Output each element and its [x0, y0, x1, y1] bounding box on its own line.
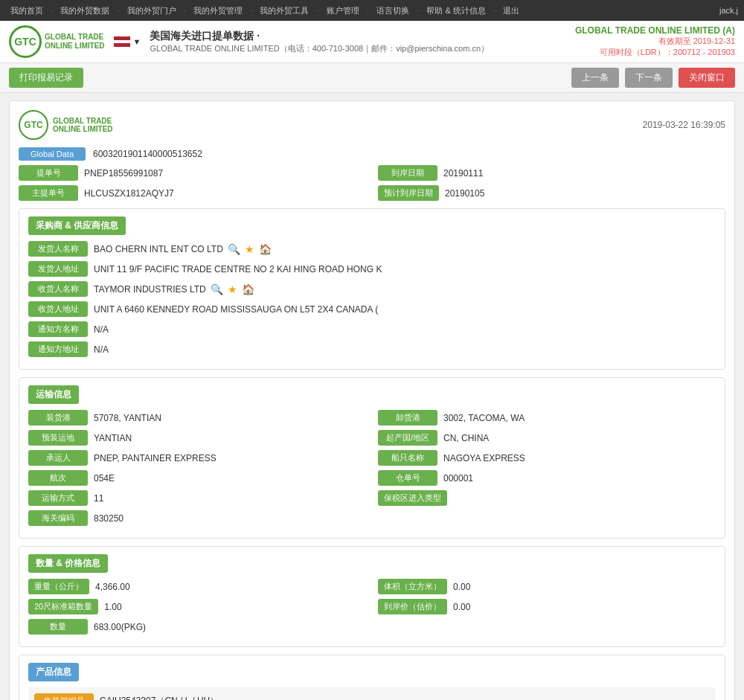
bonded-pair: 保税区进入类型 [378, 490, 716, 506]
nav-manage[interactable]: 我的外贸管理 [189, 5, 247, 16]
origin-label: 起产国/地区 [378, 430, 437, 446]
nav-home[interactable]: 我的首页 [6, 5, 48, 16]
logo-letters: GTC [14, 36, 36, 48]
voyage-pair: 航次 054E [28, 470, 366, 486]
page-title: 美国海关进口提单数据 · [150, 30, 489, 43]
nav-tools[interactable]: 我的外贸工具 [255, 5, 313, 16]
nav-items: 我的首页 · 我的外贸数据 · 我的外贸门户 · 我的外贸管理 · 我的外贸工具… [6, 5, 524, 16]
consignee-addr-row: 收货人地址 UNIT A 6460 KENNEDY ROAD MISSISSAU… [28, 301, 716, 317]
nav-language[interactable]: 语言切换 [372, 5, 414, 16]
origin-value: CN, CHINA [443, 433, 716, 443]
top-toolbar: 打印报易记录 上一条 下一条 关闭窗口 [0, 63, 744, 93]
global-data-value: 60032019011400005​13652 [93, 149, 202, 159]
arrival-date-pair: 到岸日期 20190111 [378, 165, 725, 181]
manifest-pair: 仓单号 000001 [378, 470, 716, 486]
quantity-value: 683.00(PKG) [94, 622, 716, 632]
card-date: 2019-03-22 16:39:05 [643, 120, 725, 130]
manifest-label: 仓单号 [378, 470, 437, 486]
volume-pair: 体积（立方米） 0.00 [378, 579, 716, 594]
consignee-star-icon[interactable]: ★ [228, 283, 237, 295]
container-20-value: 1.00 [104, 602, 366, 612]
nav-logout[interactable]: 退出 [498, 5, 524, 16]
product-section: 产品信息 集装箱编号 CAIU2543307（CN / L / HH） 集装箱尺… [19, 655, 725, 700]
carrier-row: 承运人 PNEP, PANTAINER EXPRESS 船只名称 NAGOYA … [28, 450, 716, 466]
master-bill-pair: 主提单号 HLCUSZX1812AQYJ7 [19, 185, 366, 201]
print-button[interactable]: 打印报易记录 [9, 68, 83, 88]
shipper-star-icon[interactable]: ★ [245, 243, 254, 255]
header-title-block: 美国海关进口提单数据 · GLOBAL TRADE ONLINE LIMITED… [150, 30, 489, 54]
container-row: 20尺标准箱数量 1.00 到岸价（估价） 0.00 [28, 599, 716, 614]
card-logo: GTC GLOBAL TRADEONLINE LIMITED [19, 110, 113, 140]
shipper-search-icon[interactable]: 🔍 [228, 243, 240, 255]
weight-row: 重量（公斤） 4,366.00 体积（立方米） 0.00 [28, 579, 716, 594]
notify-addr-label: 通知方地址 [28, 341, 88, 357]
place-row: 预装运地 YANTIAN 起产国/地区 CN, CHINA [28, 430, 716, 446]
carrier-value: PNEP, PANTAINER EXPRESS [94, 453, 366, 463]
container-no-value: CAIU2543307（CN / L / HH） [100, 695, 710, 700]
consignee-addr-value: UNIT A 6460 KENNEDY ROAD MISSISSAUGA ON … [94, 304, 716, 315]
quantity-row: 数量 683.00(PKG) [28, 619, 716, 635]
load-place-pair: 预装运地 YANTIAN [28, 430, 366, 446]
quantity-price-header: 数量 & 价格信息 [28, 554, 108, 573]
discharge-port-value: 3002, TACOMA, WA [443, 413, 716, 423]
bill-no-label: 提单号 [19, 165, 78, 181]
carrier-label: 承运人 [28, 450, 88, 466]
weight-value: 4,366.00 [95, 582, 366, 592]
transport-mode-value: 11 [94, 493, 366, 504]
header-subtitle: GLOBAL TRADE ONLINE LIMITED（电话：400-710-3… [150, 43, 489, 54]
consignee-search-icon[interactable]: 🔍 [211, 283, 223, 295]
nav-portal[interactable]: 我的外贸门户 [123, 5, 181, 16]
buyer-supplier-section: 采购商 & 供应商信息 发货人名称 BAO CHERN INTL ENT CO … [19, 208, 725, 370]
consignee-home-icon[interactable]: 🏠 [242, 283, 254, 295]
arrival-date-label: 到岸日期 [378, 165, 437, 181]
bonded-label: 保税区进入类型 [378, 490, 447, 506]
nav-user: jack.j [719, 6, 738, 15]
container-20-pair: 20尺标准箱数量 1.00 [28, 599, 366, 614]
shipper-addr-value: UNIT 11 9/F PACIFIC TRADE CENTRE NO 2 KA… [94, 264, 716, 274]
consignee-name-value: TAYMOR INDUSTRIES LTD 🔍 ★ 🏠 [94, 283, 716, 295]
vessel-pair: 船只名称 NAGOYA EXPRESS [378, 450, 716, 466]
estimated-date-pair: 预计到岸日期 20190105 [378, 185, 725, 201]
main-card: GTC GLOBAL TRADEONLINE LIMITED 2019-03-2… [9, 100, 735, 700]
prev-button[interactable]: 上一条 [571, 68, 619, 88]
card-logo-text: GLOBAL TRADEONLINE LIMITED [53, 117, 113, 133]
transport-mode-row: 运输方式 11 保税区进入类型 [28, 490, 716, 506]
price-value: 0.00 [453, 602, 716, 612]
logo-circle: GTC [9, 25, 42, 58]
product-container-block: 集装箱编号 CAIU2543307（CN / L / HH） 集装箱尺寸 200… [28, 687, 716, 700]
volume-label: 体积（立方米） [378, 579, 447, 594]
transport-mode-label: 运输方式 [28, 490, 88, 506]
manifest-value: 000001 [443, 473, 716, 484]
notify-name-label: 通知方名称 [28, 321, 88, 337]
nav-account[interactable]: 账户管理 [322, 5, 364, 16]
voyage-row: 航次 054E 仓单号 000001 [28, 470, 716, 486]
transport-mode-pair: 运输方式 11 [28, 490, 366, 506]
notify-addr-row: 通知方地址 N/A [28, 341, 716, 357]
logo-text: GLOBAL TRADEONLINE LIMITED [45, 33, 105, 51]
consignee-name-row: 收货人名称 TAYMOR INDUSTRIES LTD 🔍 ★ 🏠 [28, 281, 716, 297]
load-place-label: 预装运地 [28, 430, 88, 446]
discharge-port-label: 卸货港 [378, 410, 437, 426]
weight-label: 重量（公斤） [28, 579, 89, 594]
origin-pair: 起产国/地区 CN, CHINA [378, 430, 716, 446]
weight-pair: 重量（公斤） 4,366.00 [28, 579, 366, 594]
voyage-value: 054E [94, 473, 366, 484]
language-flag[interactable]: ▼ [114, 36, 141, 47]
quantity-price-section: 数量 & 价格信息 重量（公斤） 4,366.00 体积（立方米） 0.00 2… [19, 546, 725, 647]
notify-name-value: N/A [94, 324, 716, 335]
transport-section: 运输信息 装货港 57078, YANTIAN 卸货港 3002, TACOMA… [19, 377, 725, 539]
global-data-row: Global Data 60032019011400005​13652 [19, 147, 725, 161]
global-data-label: Global Data [19, 147, 86, 161]
close-button[interactable]: 关闭窗口 [679, 68, 735, 88]
price-label: 到岸价（估价） [378, 599, 447, 614]
next-button[interactable]: 下一条 [625, 68, 673, 88]
shipper-name-row: 发货人名称 BAO CHERN INTL ENT CO LTD 🔍 ★ 🏠 [28, 241, 716, 257]
header-right: GLOBAL TRADE ONLINE LIMITED (A) 有效期至 201… [575, 25, 735, 58]
nav-data[interactable]: 我的外贸数据 [56, 5, 114, 16]
shipper-name-label: 发货人名称 [28, 241, 88, 257]
shipper-home-icon[interactable]: 🏠 [259, 243, 272, 255]
main-content: GTC GLOBAL TRADEONLINE LIMITED 2019-03-2… [0, 93, 744, 700]
master-bill-value: HLCUSZX1812AQYJ7 [84, 188, 366, 199]
transport-header: 运输信息 [28, 385, 79, 404]
nav-help[interactable]: 帮助 & 统计信息 [422, 5, 490, 16]
